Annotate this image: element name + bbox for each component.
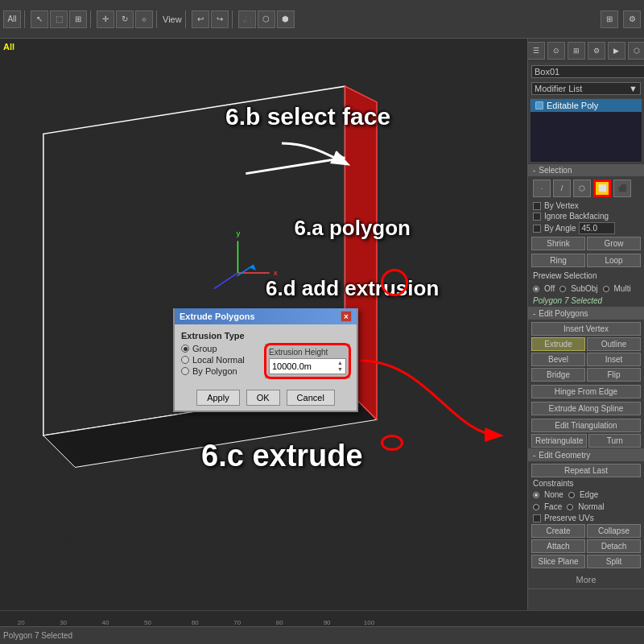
ring-button[interactable]: Ring xyxy=(531,254,585,267)
radio-by-polygon-dot[interactable] xyxy=(181,367,189,375)
select-filter-btn[interactable]: ⊞ xyxy=(69,10,87,28)
polygon-icon[interactable]: ⬜ xyxy=(593,180,611,197)
object-name-field[interactable] xyxy=(531,65,644,78)
by-angle-checkbox[interactable] xyxy=(533,225,541,233)
panel-icon-6[interactable]: ⬡ xyxy=(628,42,645,60)
inset-button[interactable]: Inset xyxy=(587,353,641,366)
view-mode-label: View xyxy=(163,14,182,24)
apply-button[interactable]: Apply xyxy=(196,390,240,406)
ignore-backfacing-checkbox[interactable] xyxy=(533,213,541,221)
collapse-button[interactable]: Collapse xyxy=(587,524,641,538)
create-button[interactable]: Create xyxy=(531,524,585,538)
ruler-mark-60: 60 xyxy=(192,619,199,626)
radio-group-label: Group xyxy=(192,344,217,353)
repeat-last-button[interactable]: Repeat Last xyxy=(531,464,641,477)
modifier-name: Editable Poly xyxy=(547,101,598,110)
shrink-grow-row: Shrink Grow xyxy=(528,235,644,252)
radio-edge[interactable] xyxy=(568,492,575,498)
spin-down[interactable]: ▼ xyxy=(337,366,343,373)
more-row: More xyxy=(528,569,644,588)
attach-button[interactable]: Attach xyxy=(531,539,585,553)
retriangulate-button[interactable]: Retriangulate xyxy=(531,434,587,448)
undo-btn[interactable]: ↩ xyxy=(192,10,209,28)
radio-group-dot[interactable] xyxy=(181,345,189,353)
edit-triangulation-button[interactable]: Edit Triangulation xyxy=(531,419,641,432)
panel-icon-3[interactable]: ⊞ xyxy=(568,42,585,60)
radio-off[interactable] xyxy=(533,286,539,292)
selection-header[interactable]: - Selection xyxy=(528,164,644,176)
viewport[interactable]: All x y xyxy=(0,39,527,610)
hinge-button[interactable]: Hinge From Edge xyxy=(531,385,641,398)
top-toolbar: All ↖ ⬚ ⊞ ✛ ↻ ⟐ View ↩ ↪ 🎥 ⬡ ⬢ ⊞ ⚙ xyxy=(0,0,644,39)
cancel-button[interactable]: Cancel xyxy=(287,390,335,406)
ruler-marks: 20 30 40 50 60 70 80 90 100 xyxy=(0,611,527,626)
insert-vertex-button[interactable]: Insert Vertex xyxy=(531,322,641,336)
border-icon[interactable]: ⬡ xyxy=(573,180,591,197)
radio-normal[interactable] xyxy=(567,504,573,510)
turn-button[interactable]: Turn xyxy=(588,434,641,448)
edge-icon[interactable]: / xyxy=(553,180,571,197)
rotate-btn[interactable]: ↻ xyxy=(116,10,134,28)
panel-icon-5[interactable]: ▶ xyxy=(608,42,625,60)
extrude-button[interactable]: Extrude xyxy=(531,337,585,351)
snap-toggle[interactable]: ⊞ xyxy=(601,10,618,28)
editable-poly-item[interactable]: Editable Poly xyxy=(530,99,642,112)
by-vertex-checkbox[interactable] xyxy=(533,202,541,210)
detach-button[interactable]: Detach xyxy=(587,539,641,553)
extrude-spline-row: Extrude Along Spline xyxy=(528,399,644,416)
subobject-icons-row: · / ⬡ ⬜ ⬛ xyxy=(528,176,644,200)
by-angle-field[interactable] xyxy=(579,222,615,234)
slice-plane-button[interactable]: Slice Plane xyxy=(531,555,585,568)
panel-icon-row: ☰ ⊙ ⊞ ⚙ ▶ ⬡ xyxy=(528,39,644,63)
panel-icon-2[interactable]: ⊙ xyxy=(547,42,565,60)
render-btn[interactable]: 🎥 xyxy=(238,10,256,28)
radio-face[interactable] xyxy=(533,504,539,510)
radio-none[interactable] xyxy=(533,492,539,498)
dialog-close-button[interactable]: × xyxy=(341,311,352,322)
more-label[interactable]: More xyxy=(576,575,596,584)
bottom-status-bar: Polygon 7 Selected xyxy=(0,626,644,644)
radio-local-normal-dot[interactable] xyxy=(181,356,189,364)
preserve-uvs-label: Preserve UVs xyxy=(544,514,594,522)
radio-subobj[interactable] xyxy=(559,286,566,292)
loop-button[interactable]: Loop xyxy=(587,254,641,267)
material-btn[interactable]: ⬡ xyxy=(258,10,275,28)
scale-btn[interactable]: ⟐ xyxy=(135,10,153,28)
svg-line-17 xyxy=(246,158,345,174)
edit-geometry-header[interactable]: - Edit Geometry xyxy=(528,449,644,461)
move-btn[interactable]: ✛ xyxy=(97,10,114,28)
spin-up[interactable]: ▲ xyxy=(337,360,343,366)
radio-local-normal[interactable]: Local Normal xyxy=(181,355,258,365)
select-region-btn[interactable]: ⬚ xyxy=(50,10,68,28)
ignore-backfacing-label: Ignore Backfacing xyxy=(544,212,609,221)
radio-group[interactable]: Group xyxy=(181,344,258,353)
spin-arrows[interactable]: ▲ ▼ xyxy=(337,360,343,373)
selection-minus: - xyxy=(533,166,535,175)
modifier-list-dropdown[interactable]: Modifier List ▼ xyxy=(531,82,641,95)
constraints-radio-row: None Edge xyxy=(528,489,644,501)
redo-btn[interactable]: ↪ xyxy=(211,10,229,28)
outline-button[interactable]: Outline xyxy=(587,337,641,351)
svg-line-8 xyxy=(214,273,238,289)
all-dropdown[interactable]: All xyxy=(3,10,21,28)
flip-button[interactable]: Flip xyxy=(587,368,641,382)
bridge-button[interactable]: Bridge xyxy=(531,368,585,382)
preserve-uvs-checkbox[interactable] xyxy=(533,514,541,522)
settings-btn[interactable]: ⚙ xyxy=(623,10,641,28)
select-btn[interactable]: ↖ xyxy=(31,10,48,28)
panel-icon-1[interactable]: ☰ xyxy=(527,42,545,60)
extrusion-height-field[interactable]: 10000.0m ▲ ▼ xyxy=(269,358,346,374)
texture-btn[interactable]: ⬢ xyxy=(277,10,295,28)
element-icon[interactable]: ⬛ xyxy=(613,180,631,197)
extrude-spline-button[interactable]: Extrude Along Spline xyxy=(531,402,641,415)
ok-button[interactable]: OK xyxy=(246,390,280,406)
radio-multi[interactable] xyxy=(603,286,609,292)
panel-icon-4[interactable]: ⚙ xyxy=(588,42,605,60)
edit-polygons-header[interactable]: - Edit Polygons xyxy=(528,308,644,320)
radio-by-polygon[interactable]: By Polygon xyxy=(181,366,258,376)
bevel-button[interactable]: Bevel xyxy=(531,353,585,366)
vertex-icon[interactable]: · xyxy=(533,180,551,197)
shrink-button[interactable]: Shrink xyxy=(531,237,585,250)
grow-button[interactable]: Grow xyxy=(587,237,641,250)
split-button[interactable]: Split xyxy=(587,555,641,568)
